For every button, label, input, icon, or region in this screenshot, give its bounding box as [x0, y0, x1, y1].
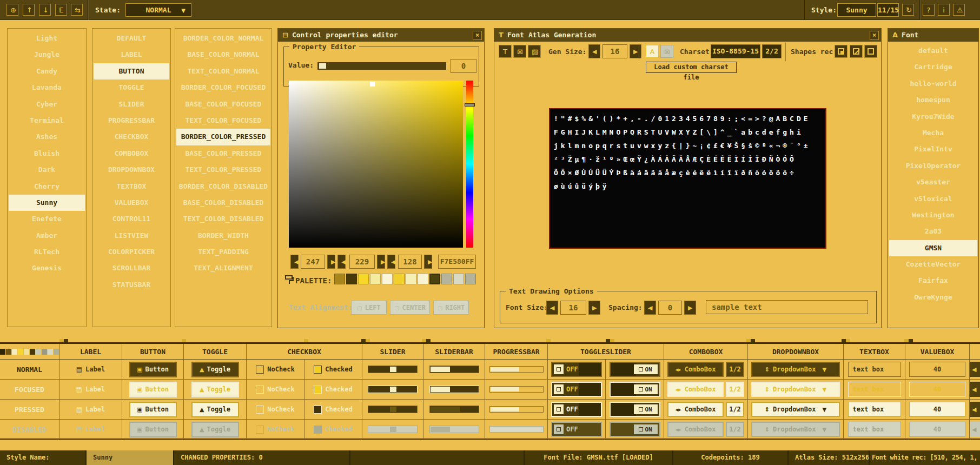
button-sample[interactable]: ▣Button	[129, 402, 177, 417]
combobox-count[interactable]: 1/2	[726, 402, 744, 417]
shapes-slash-rec-button[interactable]	[850, 45, 863, 58]
palette-swatch[interactable]	[453, 274, 464, 284]
list-item[interactable]: PROGRESSBAR	[94, 112, 169, 129]
list-item[interactable]: BORDER_COLOR_FOCUSED	[176, 79, 270, 96]
list-item[interactable]: TEXT_COLOR_PRESSED	[176, 162, 270, 178]
combobox-count[interactable]: 1/2	[726, 382, 744, 397]
checkbox-checked[interactable]	[314, 426, 322, 434]
combobox-sample[interactable]: ◂▸ComboBox	[667, 402, 724, 417]
checkbox-unchecked[interactable]	[256, 366, 264, 374]
palette-swatch[interactable]	[441, 274, 452, 284]
list-item[interactable]: homespun	[889, 92, 977, 108]
green-increment-button[interactable]: ▶	[377, 255, 385, 269]
font-text-mode-button[interactable]: T	[499, 45, 512, 58]
palette-swatch[interactable]	[406, 274, 416, 284]
slider-handle[interactable]	[390, 387, 396, 392]
list-item[interactable]: Westington	[889, 207, 977, 223]
valuebox-sample[interactable]: 40	[909, 422, 965, 437]
slider-handle[interactable]	[319, 63, 326, 69]
style-name-box[interactable]: Sunny	[837, 3, 876, 17]
checkbox-unchecked[interactable]	[256, 406, 264, 414]
list-item[interactable]: CozetteVector	[889, 256, 977, 273]
list-item[interactable]: Candy	[9, 63, 85, 79]
open-file-button[interactable]: ↑	[23, 4, 35, 16]
list-item[interactable]: Terminal	[9, 112, 85, 129]
font-list[interactable]: defaultCartridgehello-worldhomespunKyrou…	[888, 43, 978, 328]
list-item[interactable]: Light	[9, 30, 85, 46]
spacing-value[interactable]: 0	[658, 301, 682, 315]
slider-handle[interactable]	[390, 427, 396, 432]
list-item[interactable]: Fairfax	[889, 273, 977, 289]
combobox-sample[interactable]: ◂▸ComboBox	[667, 422, 724, 437]
list-item[interactable]: Cherry	[9, 178, 85, 195]
slider-sample[interactable]	[368, 386, 418, 393]
list-item[interactable]: BORDER_WIDTH	[176, 228, 270, 244]
toggleslider-on[interactable]: ON	[610, 402, 660, 417]
palette-swatch[interactable]	[334, 274, 345, 284]
green-decrement-button[interactable]: ◀	[337, 255, 346, 269]
list-item[interactable]: BORDER_COLOR_NORMAL	[176, 30, 270, 46]
toggle-knob[interactable]	[554, 364, 564, 374]
sample-text-input[interactable]: sample text	[706, 300, 868, 314]
toggle-sample[interactable]: ▲Toggle	[191, 382, 239, 397]
list-item[interactable]: SCROLLBAR	[94, 260, 169, 276]
window-titlebar[interactable]: TFont Atlas Generation	[494, 29, 881, 42]
dropdownbox-sample[interactable]: ⇕DropdownBox▼	[751, 422, 840, 437]
toggle-sample[interactable]: ▲Toggle	[191, 362, 239, 377]
toggleslider-off[interactable]: OFF	[551, 382, 602, 397]
checkbox-unchecked[interactable]	[256, 426, 264, 434]
gen-size-value[interactable]: 16	[602, 44, 627, 58]
export-file-button[interactable]: E	[55, 4, 67, 16]
list-item[interactable]: TEXT_PADDING	[176, 244, 270, 260]
toggleslider-off[interactable]: OFF	[551, 362, 602, 377]
slider-sample[interactable]	[368, 406, 418, 413]
checkbox-checked[interactable]	[314, 386, 322, 394]
red-decrement-button[interactable]: ◀	[290, 255, 299, 269]
list-item[interactable]: default	[889, 43, 977, 59]
toggle-knob[interactable]	[554, 424, 564, 434]
slider-sample[interactable]	[368, 426, 418, 433]
spacing-decrement[interactable]: ◀	[644, 301, 656, 315]
textbox-sample[interactable]: text box	[848, 362, 901, 377]
color-saturation-panel[interactable]	[289, 81, 463, 248]
list-item[interactable]: DROPDOWNBOX	[94, 162, 169, 178]
slider-handle[interactable]	[390, 407, 396, 412]
list-item[interactable]: Dark	[9, 162, 85, 178]
list-item[interactable]: SLIDER	[94, 96, 169, 112]
font-atlas-preview[interactable]: !"#$%&'()*+,-./0123456789:;<=>?@ABCDEFGH…	[549, 108, 826, 249]
shapes-empty-rec-button[interactable]	[864, 45, 877, 58]
list-item[interactable]: Kyrou7Wide	[889, 109, 977, 125]
gen-size-decrement[interactable]: ◀	[588, 44, 600, 58]
list-item[interactable]: TEXT_COLOR_NORMAL	[176, 63, 270, 79]
toggle-knob[interactable]: ON	[634, 424, 658, 434]
list-item[interactable]: STATUSBAR	[94, 277, 169, 293]
list-item[interactable]: BASE_COLOR_FOCUSED	[176, 96, 270, 112]
list-item[interactable]: Jungle	[9, 46, 85, 63]
properties-list[interactable]: BORDER_COLOR_NORMALBASE_COLOR_NORMALTEXT…	[175, 28, 272, 327]
checkbox-checked[interactable]	[314, 366, 322, 374]
info-button[interactable]: i	[938, 4, 950, 16]
sliderbar-sample[interactable]	[429, 386, 479, 393]
list-item[interactable]: Enefete	[9, 211, 85, 227]
random-style-button[interactable]: ⇆	[71, 4, 83, 16]
list-item[interactable]: PixelOperator	[889, 158, 977, 174]
list-item[interactable]: DEFAULT	[94, 30, 169, 46]
font-size-decrement[interactable]: ◀	[546, 301, 558, 315]
unload-charset-button[interactable]: ⊠	[660, 45, 673, 58]
palette-swatch[interactable]	[382, 274, 393, 284]
controls-list[interactable]: DEFAULTLABELBUTTONTOGGLESLIDERPROGRESSBA…	[92, 28, 171, 327]
textbox-sample[interactable]: text box	[848, 422, 901, 437]
slider-handle[interactable]	[390, 367, 396, 372]
list-item[interactable]: LABEL	[94, 46, 169, 63]
list-item[interactable]: Cartridge	[889, 59, 977, 75]
gen-size-increment[interactable]: ▶	[630, 44, 641, 58]
color-cursor[interactable]	[370, 82, 375, 87]
toggleslider-on[interactable]: ON	[610, 422, 660, 437]
button-sample[interactable]: ▣Button	[129, 362, 177, 377]
toggle-knob[interactable]: ON	[634, 384, 658, 394]
list-item[interactable]: PixelIntv	[889, 141, 977, 157]
new-file-button[interactable]: ⊕	[6, 4, 18, 16]
toggle-knob[interactable]	[554, 384, 564, 394]
help-button[interactable]: ?	[923, 4, 935, 16]
list-item[interactable]: 2a03	[889, 223, 977, 240]
